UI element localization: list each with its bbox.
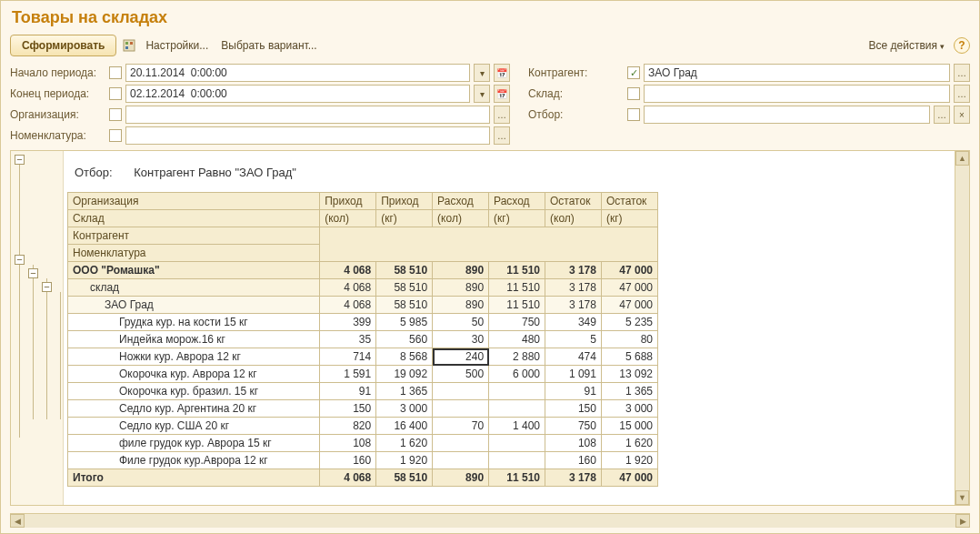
tree-collapse-l0[interactable]: − <box>15 255 25 265</box>
period-end-check[interactable] <box>109 87 122 100</box>
header-measure-sub-0[interactable]: (кол) <box>320 210 376 227</box>
period-end-dropdown[interactable]: ▾ <box>474 85 490 103</box>
row-label[interactable]: Окорочка кур. бразил. 15 кг <box>68 383 320 400</box>
cell[interactable]: 16 400 <box>376 418 433 435</box>
header-measure-sub-3[interactable]: (кг) <box>489 210 545 227</box>
contractor-input[interactable] <box>644 64 950 82</box>
total-row[interactable]: Итого4 06858 51089011 5103 17847 000 <box>68 469 658 487</box>
cell[interactable]: 19 092 <box>376 366 433 383</box>
period-start-calendar[interactable]: 📅 <box>494 64 510 82</box>
cell[interactable]: 714 <box>320 348 376 366</box>
help-icon[interactable]: ? <box>954 37 970 54</box>
cell[interactable]: 47 000 <box>601 297 657 314</box>
table-row[interactable]: склад4 06858 51089011 5103 17847 000 <box>68 279 658 297</box>
cell[interactable]: 890 <box>433 297 489 314</box>
all-actions-menu[interactable]: Все действия <box>865 37 948 54</box>
nomenclature-input[interactable] <box>125 126 490 145</box>
warehouse-select[interactable]: … <box>954 85 970 103</box>
selection-input[interactable] <box>644 106 930 124</box>
cell[interactable] <box>433 400 489 418</box>
scroll-left-arrow[interactable]: ◀ <box>10 514 25 528</box>
cell[interactable]: 108 <box>320 435 376 452</box>
cell[interactable]: 160 <box>320 452 376 469</box>
header-dim[interactable]: Контрагент <box>68 227 320 245</box>
selection-check[interactable] <box>627 108 640 121</box>
cell[interactable]: 750 <box>545 418 602 435</box>
header-dim[interactable]: Склад <box>68 210 320 227</box>
cell[interactable]: 3 178 <box>545 279 602 297</box>
header-measure-0[interactable]: Приход <box>320 193 376 210</box>
scroll-up-arrow[interactable]: ▲ <box>955 151 969 166</box>
cell[interactable]: 1 920 <box>376 452 433 469</box>
table-row[interactable]: Седло кур. Аргентина 20 кг1503 0001503 0… <box>68 400 658 418</box>
cell[interactable]: 5 688 <box>601 348 657 366</box>
cell[interactable]: 349 <box>545 314 602 331</box>
header-measure-sub-1[interactable]: (кг) <box>376 210 433 227</box>
period-start-dropdown[interactable]: ▾ <box>474 64 490 82</box>
cell[interactable]: 70 <box>433 418 489 435</box>
cell[interactable]: 11 510 <box>489 279 545 297</box>
cell[interactable]: 1 620 <box>601 435 657 452</box>
header-measure-sub-5[interactable]: (кг) <box>601 210 657 227</box>
cell[interactable]: 47 000 <box>601 279 657 297</box>
cell[interactable]: 474 <box>545 348 602 366</box>
cell[interactable] <box>489 383 545 400</box>
organization-select[interactable]: … <box>494 106 510 124</box>
cell[interactable]: 108 <box>545 435 602 452</box>
vertical-scrollbar[interactable]: ▲ ▼ <box>955 151 969 505</box>
form-button[interactable]: Сформировать <box>10 35 116 56</box>
contractor-select[interactable]: … <box>954 64 970 82</box>
row-label[interactable]: Ножки кур. Аврора 12 кг <box>68 348 320 366</box>
cell[interactable] <box>489 435 545 452</box>
cell[interactable]: 750 <box>489 314 545 331</box>
cell[interactable] <box>433 435 489 452</box>
cell[interactable]: 50 <box>433 314 489 331</box>
cell[interactable]: 1 091 <box>545 366 602 383</box>
cell[interactable]: 47 000 <box>601 262 657 279</box>
header-measure-sub-2[interactable]: (кол) <box>433 210 489 227</box>
row-label[interactable]: Седло кур. Аргентина 20 кг <box>68 400 320 418</box>
table-row[interactable]: Грудка кур. на кости 15 кг3995 985507503… <box>68 314 658 331</box>
cell[interactable]: 5 <box>545 331 602 348</box>
period-end-input[interactable] <box>125 85 470 103</box>
table-row[interactable]: ООО "Ромашка"4 06858 51089011 5103 17847… <box>68 262 658 279</box>
selection-clear[interactable]: × <box>954 106 970 124</box>
period-end-calendar[interactable]: 📅 <box>494 85 510 103</box>
cell[interactable]: 3 000 <box>601 400 657 418</box>
nomenclature-check[interactable] <box>109 129 122 142</box>
cell[interactable]: 58 510 <box>376 297 433 314</box>
cell[interactable]: 2 880 <box>489 348 545 366</box>
nomenclature-select[interactable]: … <box>494 126 510 145</box>
row-label[interactable]: Грудка кур. на кости 15 кг <box>68 314 320 331</box>
cell[interactable] <box>433 452 489 469</box>
row-label[interactable]: ЗАО Град <box>68 297 320 314</box>
header-measure-1[interactable]: Приход <box>376 193 433 210</box>
cell[interactable]: 8 568 <box>376 348 433 366</box>
table-row[interactable]: Седло кур. США 20 кг82016 400701 4007501… <box>68 418 658 435</box>
table-row[interactable]: Индейка морож.16 кг3556030480580 <box>68 331 658 348</box>
cell[interactable]: 6 000 <box>489 366 545 383</box>
cell[interactable]: 1 591 <box>320 366 376 383</box>
cell[interactable] <box>489 400 545 418</box>
cell[interactable]: 13 092 <box>601 366 657 383</box>
row-label[interactable]: филе грудок кур. Аврора 15 кг <box>68 435 320 452</box>
table-row[interactable]: Филе грудок кур.Аврора 12 кг1601 9201601… <box>68 452 658 469</box>
header-measure-2[interactable]: Расход <box>433 193 489 210</box>
cell[interactable]: 3 178 <box>545 262 602 279</box>
cell[interactable]: 91 <box>545 383 602 400</box>
organization-check[interactable] <box>109 108 122 121</box>
cell[interactable]: 1 920 <box>601 452 657 469</box>
header-measure-5[interactable]: Остаток <box>601 193 657 210</box>
table-row[interactable]: филе грудок кур. Аврора 15 кг1081 620108… <box>68 435 658 452</box>
cell[interactable]: 500 <box>433 366 489 383</box>
cell[interactable]: 11 510 <box>489 262 545 279</box>
cell[interactable]: 58 510 <box>376 262 433 279</box>
header-measure-sub-4[interactable]: (кол) <box>545 210 602 227</box>
warehouse-input[interactable] <box>644 85 950 103</box>
tree-collapse-l1[interactable]: − <box>28 268 38 278</box>
horizontal-scrollbar[interactable]: ◀ ▶ <box>10 513 970 528</box>
cell[interactable]: 399 <box>320 314 376 331</box>
cell[interactable]: 240 <box>433 348 489 366</box>
cell[interactable]: 4 068 <box>320 279 376 297</box>
row-label[interactable]: ООО "Ромашка" <box>68 262 320 279</box>
